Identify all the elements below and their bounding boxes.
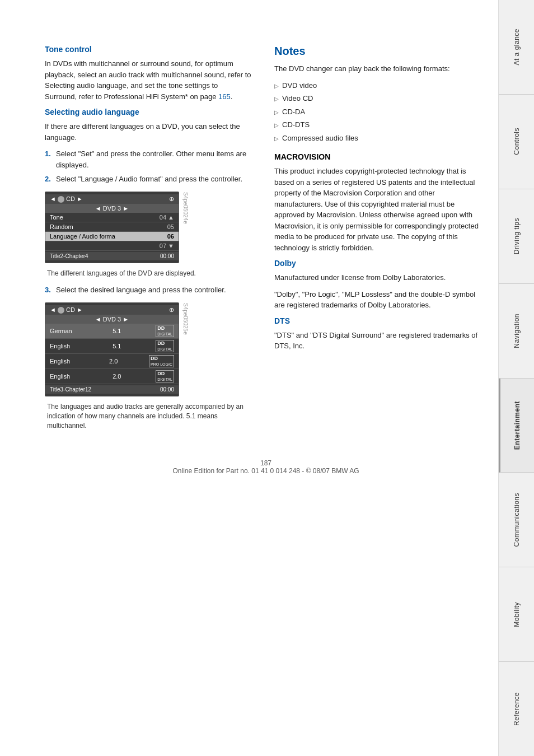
format-cd-da: ▷ CD-DA xyxy=(274,106,481,118)
screen1-random-label: Random xyxy=(50,223,73,230)
screen1-07-value: 07 ▼ xyxy=(160,242,174,249)
dts-heading: DTS xyxy=(274,316,481,325)
page-number: 187 xyxy=(45,459,487,467)
caption-2: The languages and audio tracks are gener… xyxy=(45,402,252,430)
format-video-cd: ▷ Video CD xyxy=(274,93,481,104)
screen2-bottom: Title3-Chapter12 00:00 xyxy=(45,385,179,394)
screen2-row-english3: English 2.0 DDDIGITAL xyxy=(45,369,179,384)
screen2-english3-channel: 2.0 xyxy=(113,373,127,380)
screen1-row-random: Random 05 xyxy=(45,222,179,232)
screen2-english1-channel: 5.1 xyxy=(113,343,127,349)
arrow-icon-1: ▷ xyxy=(274,82,279,90)
sidebar-driving-tips[interactable]: Driving tips xyxy=(499,189,534,284)
screen1-bottom: Title2-Chapter4 00:00 xyxy=(45,252,179,260)
step-3-text: Select the desired language and press th… xyxy=(56,284,226,296)
screen2-english1-format: DDDIGITAL xyxy=(156,340,174,352)
screen-mockup-1: ◄ CD ► ⊕ ◄ DVD 3 ► Tone 04 ▲ Random 05 L… xyxy=(45,192,179,263)
screen1-tone-label: Tone xyxy=(50,214,63,221)
sidebar-at-a-glance[interactable]: At a glance xyxy=(499,0,534,95)
step-1-num: 1. xyxy=(45,148,53,170)
notes-heading: Notes xyxy=(274,45,481,58)
selecting-audio-intro: If there are different languages on a DV… xyxy=(45,121,252,143)
format-cd-dts-text: CD-DTS xyxy=(282,119,310,130)
dolby-body1: Manufactured under license from Dolby La… xyxy=(274,272,481,283)
screen1-back: ◄ CD ► xyxy=(50,195,83,203)
screen1-random-value: 05 xyxy=(167,223,174,230)
sidebar-entertainment[interactable]: Entertainment xyxy=(499,379,534,473)
format-dvd-video-text: DVD video xyxy=(282,80,317,91)
screen2-german-channel: 5.1 xyxy=(113,328,127,334)
screen1-dvd-label: ◄ DVD 3 ► xyxy=(95,205,129,212)
step-3: 3. Select the desired language and press… xyxy=(45,284,252,296)
page-footer: 187 Online Edition for Part no. 01 41 0 … xyxy=(45,459,487,486)
dolby-body2: "Dolby", "Pro Logic", "MLP Lossless" and… xyxy=(274,289,481,311)
screen2-caption-code: S4pe05025e xyxy=(182,303,189,335)
screen2-back: ◄ CD ► xyxy=(50,306,83,314)
step-2-num: 2. xyxy=(45,174,53,185)
format-compressed: ▷ Compressed audio files xyxy=(274,133,481,144)
screen2-row-german: German 5.1 DDDIGITAL xyxy=(45,324,179,339)
sidebar-reference[interactable]: Reference xyxy=(499,662,534,756)
step-2: 2. Select "Language / Audio format" and … xyxy=(45,174,252,185)
sidebar: At a glance Controls Driving tips Naviga… xyxy=(498,0,534,756)
steps-list: 1. Select "Set" and press the controller… xyxy=(45,148,252,185)
sidebar-entertainment-label: Entertainment xyxy=(513,401,521,450)
arrow-icon-3: ▷ xyxy=(274,108,279,116)
format-video-cd-text: Video CD xyxy=(282,93,313,104)
page-165-link[interactable]: 165 xyxy=(218,92,231,101)
screen1-tone-value: 04 ▲ xyxy=(160,214,174,221)
footer-text: Online Edition for Part no. 01 41 0 014 … xyxy=(45,467,487,475)
macrovision-body: This product includes copyright-protecte… xyxy=(274,166,481,253)
caption-1: The different languages of the DVD are d… xyxy=(45,269,252,278)
format-cd-da-text: CD-DA xyxy=(282,106,305,118)
screen2-english2-name: English xyxy=(50,358,83,365)
screen1-icon: ⊕ xyxy=(169,195,174,203)
tone-control-body: In DVDs with multichannel or surround so… xyxy=(45,58,252,102)
screen1-top-bar: ◄ CD ► ⊕ xyxy=(45,194,179,204)
formats-list: ▷ DVD video ▷ Video CD ▷ CD-DA ▷ CD-DTS … xyxy=(274,80,481,144)
screen2-german-format: DDDIGITAL xyxy=(156,325,174,337)
sidebar-navigation[interactable]: Navigation xyxy=(499,284,534,379)
arrow-icon-5: ▷ xyxy=(274,134,279,143)
selecting-audio-heading: Selecting audio language xyxy=(45,108,252,116)
screen2-time: 00:00 xyxy=(160,386,174,393)
macrovision-heading: MACROVISION xyxy=(274,152,481,161)
dolby-heading: Dolby xyxy=(274,259,481,268)
sidebar-controls-label: Controls xyxy=(513,128,521,155)
screen2-row-english2: English 2.0 DDPRO LOGIC xyxy=(45,354,179,369)
screen1-time: 00:00 xyxy=(160,253,174,259)
screen2-dvd-label: ◄ DVD 3 ► xyxy=(95,316,129,323)
tone-control-heading: Tone control xyxy=(45,45,252,54)
screen2-dvd-bar: ◄ DVD 3 ► xyxy=(45,315,179,324)
sidebar-mobility[interactable]: Mobility xyxy=(499,567,534,662)
step-3-num: 3. xyxy=(45,284,53,296)
format-cd-dts: ▷ CD-DTS xyxy=(274,119,481,130)
sidebar-driving-tips-label: Driving tips xyxy=(513,218,521,254)
screen1-row-07: 07 ▼ xyxy=(45,241,179,251)
screen2-chapter: Title3-Chapter12 xyxy=(50,386,91,393)
screen2-english3-format: DDDIGITAL xyxy=(156,370,174,382)
step-1: 1. Select "Set" and press the controller… xyxy=(45,148,252,170)
dts-body: "DTS" and "DTS Digital Surround" are reg… xyxy=(274,330,481,352)
screen2-english2-channel: 2.0 xyxy=(109,358,123,365)
screen2-english3-name: English xyxy=(50,373,83,380)
sidebar-controls[interactable]: Controls xyxy=(499,95,534,189)
screen-mockup-2: ◄ CD ► ⊕ ◄ DVD 3 ► German 5.1 DDDIGITAL … xyxy=(45,302,179,396)
sidebar-mobility-label: Mobility xyxy=(513,602,521,627)
screen1-caption-code: S4pe05024e xyxy=(182,192,189,224)
arrow-icon-2: ▷ xyxy=(274,95,279,103)
screen1-row-tone: Tone 04 ▲ xyxy=(45,213,179,222)
screen1-dvd-bar: ◄ DVD 3 ► xyxy=(45,204,179,213)
screen2-english2-format: DDPRO LOGIC xyxy=(149,355,174,367)
arrow-icon-4: ▷ xyxy=(274,121,279,129)
step-1-text: Select "Set" and press the controller. O… xyxy=(56,148,252,170)
screen2-english1-name: English xyxy=(50,343,83,349)
screen1-row-language: Language / Audio forma 06 xyxy=(45,232,179,241)
sidebar-communications[interactable]: Communications xyxy=(499,473,534,567)
notes-intro: The DVD changer can play back the follow… xyxy=(274,63,481,74)
format-compressed-text: Compressed audio files xyxy=(282,133,358,144)
sidebar-navigation-label: Navigation xyxy=(513,314,521,348)
sidebar-reference-label: Reference xyxy=(513,692,521,726)
screen2-icon: ⊕ xyxy=(169,306,174,314)
screen2-german-name: German xyxy=(50,328,83,334)
